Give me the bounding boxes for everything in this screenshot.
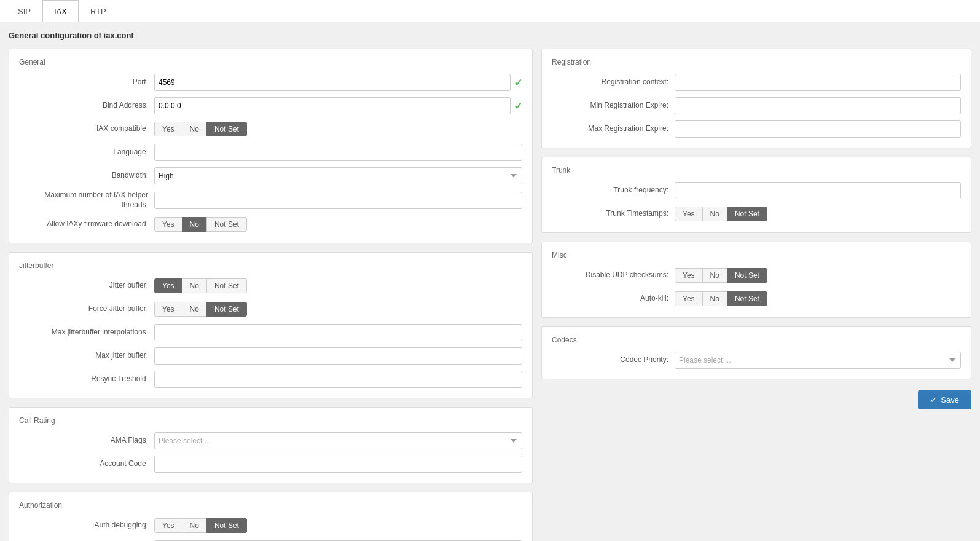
section-jitterbuffer: Jitterbuffer Jitter buffer: Yes No Not S… <box>9 252 533 398</box>
section-jitterbuffer-title: Jitterbuffer <box>19 261 522 270</box>
auto-kill-label: Auto-kill: <box>552 294 675 304</box>
max-interpolations-label: Max jitterbuffer interpolations: <box>19 328 154 338</box>
row-language: Language: <box>19 144 522 161</box>
section-call-rating: Call Rating AMA Flags: Please select ...… <box>9 407 533 483</box>
max-expire-label: Max Registration Expire: <box>552 124 675 134</box>
resync-input[interactable] <box>154 371 522 388</box>
disable-udp-notset[interactable]: Not Set <box>727 268 767 283</box>
row-disable-udp: Disable UDP checksums: Yes No Not Set <box>552 267 961 284</box>
auth-debugging-yes[interactable]: Yes <box>154 518 182 533</box>
trunk-timestamps-no[interactable]: No <box>702 207 727 221</box>
trunk-timestamps-notset[interactable]: Not Set <box>727 207 767 221</box>
section-codecs: Codecs Codec Priority: Please select ... <box>541 326 971 379</box>
bind-address-label: Bind Address: <box>19 101 154 111</box>
jitter-buffer-label: Jitter buffer: <box>19 281 154 291</box>
allow-firmware-yes[interactable]: Yes <box>154 217 182 232</box>
row-force-jitter: Force Jitter buffer: Yes No Not Set <box>19 301 522 318</box>
section-authorization-title: Authorization <box>19 501 522 510</box>
reg-context-label: Registration context: <box>552 77 675 87</box>
tab-bar: SIP IAX RTP <box>0 0 980 22</box>
tab-rtp[interactable]: RTP <box>79 0 118 22</box>
trunk-timestamps-btngroup: Yes No Not Set <box>675 207 767 221</box>
auto-kill-notset[interactable]: Not Set <box>727 291 767 306</box>
section-trunk: Trunk Trunk frequency: Trunk Timestamps:… <box>541 157 971 233</box>
force-jitter-label: Force Jitter buffer: <box>19 304 154 314</box>
save-label: Save <box>941 395 959 405</box>
disable-udp-btngroup: Yes No Not Set <box>675 268 767 283</box>
row-min-expire: Min Registration Expire: <box>552 97 961 114</box>
ama-flags-select[interactable]: Please select ... <box>154 432 522 449</box>
iax-compatible-no[interactable]: No <box>182 122 207 136</box>
row-ama-flags: AMA Flags: Please select ... <box>19 432 522 449</box>
row-bandwidth: Bandwidth: Low Medium High <box>19 167 522 184</box>
resync-label: Resync Treshold: <box>19 374 154 384</box>
max-expire-input[interactable] <box>675 120 961 138</box>
trunk-freq-label: Trunk frequency: <box>552 186 675 195</box>
allow-firmware-label: Allow IAXy firmware download: <box>19 219 154 229</box>
port-input[interactable] <box>154 74 511 91</box>
trunk-timestamps-label: Trunk Timestamps: <box>552 209 675 219</box>
auth-debugging-no[interactable]: No <box>182 518 207 533</box>
row-max-threads: Maximum number of IAX helper threads: <box>19 191 522 210</box>
right-column: Registration Registration context: Min R… <box>541 49 971 409</box>
force-jitter-notset[interactable]: Not Set <box>206 302 247 317</box>
row-max-jitter: Max jitter buffer: <box>19 347 522 365</box>
reg-context-input[interactable] <box>675 74 961 91</box>
auto-kill-btngroup: Yes No Not Set <box>675 291 767 306</box>
row-auth-debugging: Auth debugging: Yes No Not Set <box>19 517 522 534</box>
tab-sip[interactable]: SIP <box>6 0 42 22</box>
port-valid-icon: ✓ <box>514 77 522 89</box>
auto-kill-yes[interactable]: Yes <box>675 291 703 306</box>
section-misc: Misc Disable UDP checksums: Yes No Not S… <box>541 242 971 318</box>
row-resync: Resync Treshold: <box>19 371 522 388</box>
force-jitter-btngroup: Yes No Not Set <box>154 302 247 317</box>
bandwidth-select[interactable]: Low Medium High <box>154 167 522 184</box>
force-jitter-yes[interactable]: Yes <box>154 302 182 317</box>
max-jitter-label: Max jitter buffer: <box>19 351 154 361</box>
auth-debugging-notset[interactable]: Not Set <box>206 518 247 533</box>
iax-compatible-btngroup: Yes No Not Set <box>154 122 247 136</box>
bind-address-input[interactable] <box>154 97 511 114</box>
save-button[interactable]: ✓ Save <box>918 390 971 409</box>
auth-debugging-label: Auth debugging: <box>19 521 154 531</box>
section-codecs-title: Codecs <box>552 336 961 344</box>
section-authorization: Authorization Auth debugging: Yes No Not… <box>9 492 533 541</box>
tab-iax[interactable]: IAX <box>42 0 79 22</box>
allow-firmware-no[interactable]: No <box>182 217 207 232</box>
section-call-rating-title: Call Rating <box>19 416 522 425</box>
disable-udp-yes[interactable]: Yes <box>675 268 703 283</box>
account-code-label: Account Code: <box>19 459 154 469</box>
trunk-timestamps-yes[interactable]: Yes <box>675 207 703 221</box>
max-interpolations-input[interactable] <box>154 324 522 341</box>
trunk-freq-input[interactable] <box>675 182 961 199</box>
bind-address-valid-icon: ✓ <box>514 100 522 112</box>
row-bind-address: Bind Address: ✓ <box>19 97 522 114</box>
language-input[interactable] <box>154 144 522 161</box>
disable-udp-no[interactable]: No <box>702 268 727 283</box>
jitter-buffer-no[interactable]: No <box>182 278 207 293</box>
iax-compatible-notset[interactable]: Not Set <box>206 122 247 136</box>
row-trunk-freq: Trunk frequency: <box>552 182 961 199</box>
save-checkmark-icon: ✓ <box>930 395 937 405</box>
row-jitter-buffer: Jitter buffer: Yes No Not Set <box>19 277 522 294</box>
auto-kill-no[interactable]: No <box>702 291 727 306</box>
row-max-expire: Max Registration Expire: <box>552 120 961 138</box>
codec-priority-select[interactable]: Please select ... <box>675 352 961 369</box>
allow-firmware-notset[interactable]: Not Set <box>206 217 247 232</box>
row-max-interpolations: Max jitterbuffer interpolations: <box>19 324 522 341</box>
max-threads-input[interactable] <box>154 192 522 209</box>
account-code-input[interactable] <box>154 456 522 473</box>
force-jitter-no[interactable]: No <box>182 302 207 317</box>
jitter-buffer-notset[interactable]: Not Set <box>206 278 247 293</box>
row-iax-compatible: IAX compatible: Yes No Not Set <box>19 120 522 138</box>
section-general: General Port: ✓ Bind Address: ✓ <box>9 49 533 243</box>
port-label: Port: <box>19 77 154 87</box>
section-registration-title: Registration <box>552 58 961 66</box>
max-jitter-input[interactable] <box>154 347 522 365</box>
jitter-buffer-yes[interactable]: Yes <box>154 278 182 293</box>
language-label: Language: <box>19 148 154 157</box>
iax-compatible-yes[interactable]: Yes <box>154 122 182 136</box>
disable-udp-label: Disable UDP checksums: <box>552 270 675 280</box>
min-expire-input[interactable] <box>675 97 961 114</box>
bandwidth-label: Bandwidth: <box>19 171 154 181</box>
